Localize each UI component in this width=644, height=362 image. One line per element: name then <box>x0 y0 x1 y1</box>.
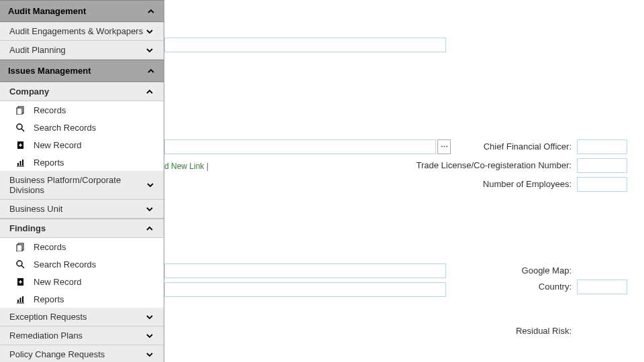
nav-sub-remediation-plans[interactable]: Remediation Plans <box>0 326 164 345</box>
chevron-up-icon <box>146 7 156 16</box>
nav-section-audit-management[interactable]: Audit Management <box>0 0 164 22</box>
country-input[interactable] <box>577 280 627 294</box>
nav-item-label: New Record <box>34 277 82 287</box>
svg-point-13 <box>17 261 22 266</box>
nav-item-reports[interactable]: Reports <box>0 154 164 171</box>
nav-section-label: Audit Management <box>8 6 86 16</box>
nav-sub-label: Company <box>9 86 49 97</box>
chart-icon <box>15 294 25 304</box>
nav-item-new-record[interactable]: New Record <box>0 273 164 290</box>
nav-sub-label: Policy Change Requests <box>9 349 105 359</box>
copy-icon <box>15 105 25 115</box>
nav-item-label: Reports <box>34 294 64 304</box>
chevron-down-icon <box>146 180 154 190</box>
chevron-down-icon <box>145 350 154 359</box>
nav-items-findings: Records Search Records New Record Report… <box>0 238 164 308</box>
nav-sub-policy-change-requests[interactable]: Policy Change Requests <box>0 345 164 362</box>
nav-sub-audit-engagements[interactable]: Audit Engagements & Workpapers <box>0 22 164 41</box>
chart-icon <box>15 157 25 168</box>
input-field-2[interactable] <box>164 263 446 278</box>
num-employees-label: Number of Employees: <box>409 177 577 189</box>
chevron-up-icon <box>145 87 154 97</box>
nav-item-label: Records <box>34 105 66 115</box>
svg-rect-8 <box>19 161 21 166</box>
lookup-input[interactable] <box>164 139 436 154</box>
chevron-up-icon <box>146 66 156 76</box>
chevron-up-icon <box>145 224 154 233</box>
nav-item-label: Search Records <box>34 123 96 133</box>
nav-sub-label: Business Unit <box>9 204 62 214</box>
input-field-1[interactable] <box>164 38 446 52</box>
nav-items-company: Records Search Records New Record Report… <box>0 101 164 171</box>
nav-item-label: New Record <box>34 140 82 150</box>
copy-icon <box>15 241 25 252</box>
nav-section-label: Issues Management <box>8 66 91 76</box>
search-icon <box>15 122 25 133</box>
nav-sub-label: Exception Requests <box>9 312 87 322</box>
nav-sub-business-unit[interactable]: Business Unit <box>0 200 164 219</box>
search-icon <box>15 259 25 269</box>
nav-item-label: Reports <box>34 158 64 168</box>
svg-line-14 <box>21 265 24 268</box>
nav-sub-business-platform[interactable]: Business Platform/Corporate Divisions <box>0 171 164 200</box>
svg-rect-7 <box>17 163 19 166</box>
chevron-down-icon <box>145 46 154 55</box>
link-separator: | <box>204 162 208 171</box>
num-employees-input[interactable] <box>577 177 627 192</box>
chevron-down-icon <box>145 312 154 322</box>
nav-sub-label: Findings <box>9 223 46 233</box>
nav-sub-audit-planning[interactable]: Audit Planning <box>0 41 164 60</box>
svg-rect-18 <box>17 300 19 302</box>
residual-risk-label: Residual Risk: <box>409 324 577 336</box>
nav-item-label: Search Records <box>34 259 96 269</box>
nav-item-search-records[interactable]: Search Records <box>0 255 164 273</box>
nav-sub-label: Audit Planning <box>9 45 66 55</box>
file-plus-icon <box>15 139 25 150</box>
nav-section-issues-management[interactable]: Issues Management <box>0 60 164 82</box>
nav-sub-label: Remediation Plans <box>9 330 83 341</box>
chevron-down-icon <box>145 204 154 214</box>
nav-sub-company[interactable]: Company <box>0 82 164 101</box>
svg-rect-9 <box>22 160 23 166</box>
sidebar: Audit Management Audit Engagements & Wor… <box>0 0 164 362</box>
chevron-down-icon <box>145 331 154 341</box>
cfo-label: Chief Financial Officer: <box>409 139 577 152</box>
cfo-input[interactable] <box>577 139 627 154</box>
nav-sub-findings[interactable]: Findings <box>0 219 164 238</box>
nav-item-records[interactable]: Records <box>0 101 164 119</box>
svg-rect-20 <box>22 296 23 302</box>
nav-sub-label: Business Platform/Corporate Divisions <box>9 175 146 195</box>
nav-item-label: Records <box>34 242 66 252</box>
nav-item-records[interactable]: Records <box>0 238 164 255</box>
svg-line-3 <box>21 129 24 131</box>
svg-rect-19 <box>19 298 21 302</box>
svg-rect-12 <box>17 245 22 251</box>
nav-item-search-records[interactable]: Search Records <box>0 119 164 136</box>
add-new-link[interactable]: d New Link <box>164 162 204 171</box>
main-content: ⋯ d New Link | Chief Financial Officer: … <box>164 0 644 362</box>
nav-sub-label: Audit Engagements & Workpapers <box>9 26 143 36</box>
trade-license-label: Trade License/Co-registeration Number: <box>409 158 577 170</box>
trade-license-input[interactable] <box>577 158 627 173</box>
file-plus-icon <box>15 276 25 287</box>
country-label: Country: <box>409 280 577 292</box>
input-field-3[interactable] <box>164 282 446 297</box>
svg-rect-1 <box>17 108 22 115</box>
google-map-label: Google Map: <box>409 263 577 276</box>
nav-item-reports[interactable]: Reports <box>0 290 164 308</box>
chevron-down-icon <box>145 27 154 36</box>
svg-point-2 <box>17 124 22 129</box>
nav-sub-exception-requests[interactable]: Exception Requests <box>0 308 164 326</box>
nav-item-new-record[interactable]: New Record <box>0 136 164 154</box>
